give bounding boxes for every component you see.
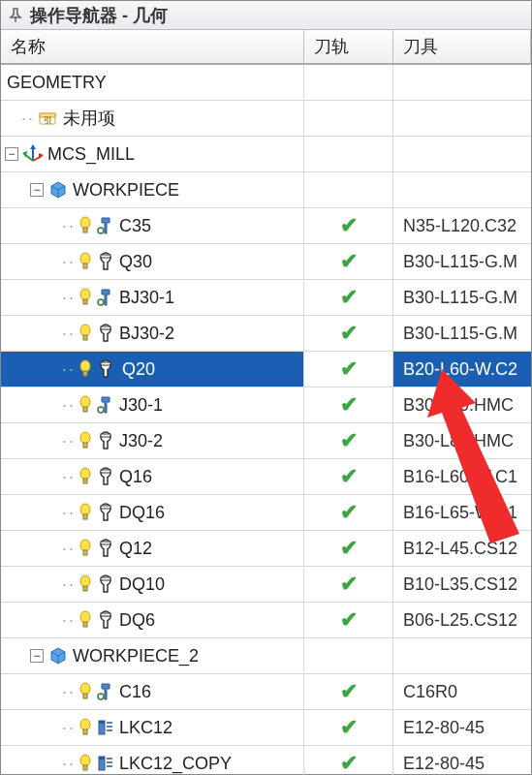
operation-row[interactable]: LKC12_COPY✔E12-80-45 (1, 746, 531, 775)
bulb-status-icon (78, 431, 92, 450)
tool-name: E12-80-45 (403, 718, 485, 738)
svg-point-34 (80, 468, 90, 480)
svg-point-57 (80, 719, 90, 730)
bulb-status-icon (78, 539, 92, 558)
svg-rect-15 (101, 255, 110, 258)
tree-row-workpiece2[interactable]: − WORKPIECE_2 (1, 638, 531, 674)
tool-name: B06-L25.CS12 (403, 610, 517, 631)
svg-rect-47 (83, 586, 87, 591)
toolpath-check-icon: ✔ (340, 500, 358, 525)
toolpath-check-icon: ✔ (340, 356, 358, 382)
operation-row[interactable]: DQ6✔B06-L25.CS12 (1, 603, 531, 638)
operation-row[interactable]: C16✔C16R0 (1, 674, 531, 710)
tree-row-unused[interactable]: 引 未用项 (1, 101, 531, 137)
tree-connector-icon (59, 395, 78, 416)
operation-name: J30-2 (119, 431, 163, 451)
operation-row[interactable]: DQ16✔B16-L65-W.C1 (1, 495, 531, 531)
bulb-status-icon (78, 252, 92, 271)
operation-name: BJ30-1 (119, 288, 174, 308)
operation-row[interactable]: J30-1✔B30-L80.HMC (1, 388, 531, 423)
operation-type-icon (96, 252, 115, 271)
bulb-status-icon (78, 359, 92, 379)
operation-name: DQ16 (119, 503, 165, 523)
svg-rect-45 (101, 542, 110, 544)
tree-label: WORKPIECE (73, 180, 179, 201)
operation-row[interactable]: Q12✔B12-L45.CS12 (1, 531, 531, 567)
operation-row[interactable]: Q30✔B30-L115-G.M (1, 244, 531, 280)
svg-point-23 (80, 360, 90, 372)
tree-row-mcs[interactable]: − MCS_MILL (1, 137, 531, 172)
operation-name: Q30 (119, 252, 152, 272)
toolpath-check-icon: ✔ (340, 392, 358, 418)
svg-point-56 (98, 694, 104, 699)
operation-type-icon (96, 324, 115, 343)
toolpath-check-icon: ✔ (340, 285, 358, 310)
operation-name: DQ6 (119, 610, 155, 631)
svg-point-46 (80, 575, 90, 587)
window-titlebar[interactable]: 操作导航器 - 几何 (1, 1, 531, 30)
tool-name: E12-80-45 (403, 754, 485, 774)
svg-point-50 (80, 611, 90, 623)
tree-view[interactable]: GEOMETRY 引 未用项 − MCS_MILL (1, 65, 531, 775)
tool-name: B30-L80.HMC (403, 395, 514, 416)
operation-row[interactable]: LKC12✔E12-80-45 (1, 710, 531, 746)
svg-point-42 (80, 540, 90, 551)
tree-row-geometry[interactable]: GEOMETRY (1, 65, 531, 101)
svg-rect-43 (83, 550, 87, 555)
svg-rect-26 (101, 362, 110, 365)
tool-name: B30-L80.HMC (403, 431, 514, 451)
operation-type-icon (96, 216, 115, 235)
pin-icon[interactable] (7, 7, 24, 24)
tool-name: C16R0 (403, 682, 457, 702)
operation-row[interactable]: J30-2✔B30-L80.HMC (1, 423, 531, 459)
operation-name: LKC12 (119, 718, 172, 738)
operation-row[interactable]: BJ30-2✔B30-L115-G.M (1, 316, 531, 352)
expand-toggle[interactable]: − (5, 147, 18, 161)
svg-rect-51 (83, 622, 87, 627)
toolpath-check-icon: ✔ (340, 249, 358, 274)
svg-point-18 (98, 299, 104, 305)
operation-type-icon (96, 288, 115, 307)
svg-rect-13 (83, 264, 87, 268)
svg-rect-39 (83, 514, 87, 519)
svg-point-16 (80, 289, 90, 300)
operation-row[interactable]: DQ10✔B10-L35.CS12 (1, 567, 531, 603)
operation-type-icon (96, 574, 115, 594)
toolpath-check-icon: ✔ (340, 607, 358, 633)
expand-toggle[interactable]: − (30, 649, 44, 663)
svg-marker-8 (39, 153, 44, 159)
tool-name: N35-L120.C32 (403, 216, 516, 236)
operation-type-icon (96, 431, 115, 450)
svg-rect-24 (83, 371, 87, 376)
svg-point-30 (80, 432, 90, 444)
operation-type-icon (96, 539, 115, 558)
toolpath-check-icon: ✔ (340, 321, 358, 346)
tree-connector-icon (59, 467, 78, 487)
column-header-name[interactable]: 名称 (1, 30, 304, 63)
column-header-tool[interactable]: 刀具 (393, 30, 531, 63)
svg-text:引: 引 (44, 115, 52, 125)
svg-rect-64 (99, 757, 105, 760)
operation-type-icon (96, 359, 115, 379)
tree-connector-icon (59, 288, 78, 308)
tree-row-workpiece[interactable]: − WORKPIECE (1, 172, 531, 208)
column-header-path[interactable]: 刀轨 (304, 30, 393, 63)
operation-type-icon (96, 467, 115, 486)
operation-row[interactable]: Q16✔B16-L60-W.C1 (1, 459, 531, 495)
bulb-status-icon (78, 324, 92, 343)
svg-rect-33 (101, 434, 110, 437)
svg-point-61 (80, 755, 90, 766)
operation-type-icon (96, 610, 115, 630)
operation-type-icon (96, 718, 115, 737)
operation-type-icon (96, 503, 115, 522)
operation-row[interactable]: Q20✔B20-L60-W.C2 (1, 352, 531, 388)
toolpath-check-icon: ✔ (340, 715, 358, 740)
operation-row[interactable]: C35✔N35-L120.C32 (1, 208, 531, 244)
svg-rect-35 (83, 479, 87, 483)
operation-type-icon (96, 395, 115, 415)
tree-connector-icon (59, 431, 78, 451)
tree-connector-icon (18, 108, 38, 129)
tree-connector-icon (59, 682, 78, 702)
expand-toggle[interactable]: − (30, 183, 44, 197)
operation-row[interactable]: BJ30-1✔B30-L115-G.M (1, 280, 531, 316)
